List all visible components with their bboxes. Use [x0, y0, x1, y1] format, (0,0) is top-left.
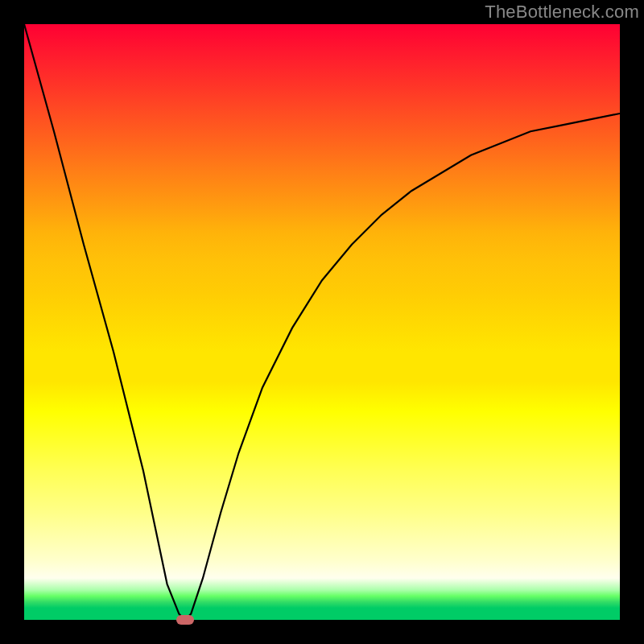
- watermark-text: TheBottleneck.com: [485, 2, 639, 23]
- chart-frame: TheBottleneck.com: [0, 0, 644, 644]
- optimal-point-marker: [176, 615, 194, 625]
- bottleneck-curve: [24, 24, 620, 620]
